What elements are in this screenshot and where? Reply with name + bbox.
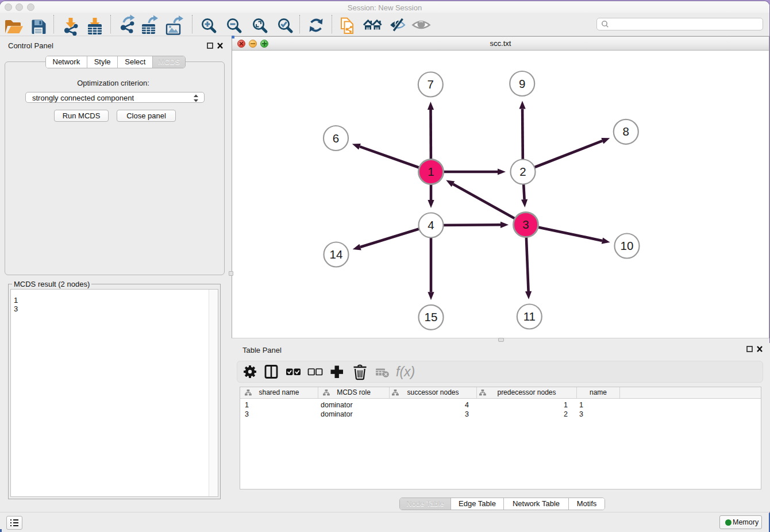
svg-text:11: 11 xyxy=(523,310,536,323)
svg-text:10: 10 xyxy=(621,239,634,252)
svg-text:8: 8 xyxy=(623,125,629,138)
svg-text:14: 14 xyxy=(330,248,343,261)
svg-text:7: 7 xyxy=(428,78,434,91)
svg-text:6: 6 xyxy=(333,132,339,145)
svg-text:15: 15 xyxy=(425,310,438,323)
svg-text:f(x): f(x) xyxy=(396,364,415,379)
svg-text:2: 2 xyxy=(519,165,526,178)
svg-text:1: 1 xyxy=(428,165,434,178)
svg-text:9: 9 xyxy=(519,77,525,90)
svg-text:4: 4 xyxy=(428,218,434,232)
svg-text:3: 3 xyxy=(522,218,529,231)
